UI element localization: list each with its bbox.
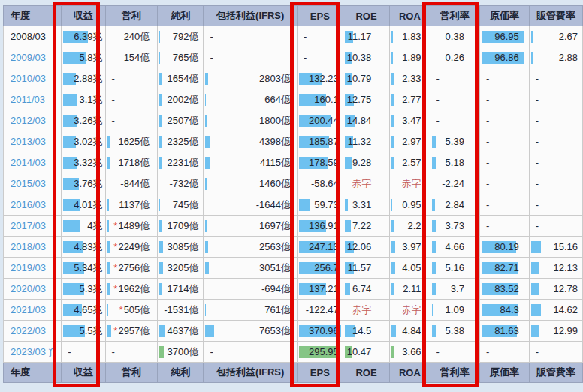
cell-content: 0.38 xyxy=(430,26,479,47)
year-cell[interactable]: 2023/03予 xyxy=(4,342,62,363)
column-header-cell-cost: 原価率 xyxy=(479,6,529,26)
value-label: 4.84 xyxy=(390,321,429,341)
year-cell[interactable]: 2015/03 xyxy=(4,173,62,194)
year-cell[interactable]: 2016/03 xyxy=(4,194,62,216)
restated-asterisk: * xyxy=(113,283,118,294)
value-label: 5.5兆 xyxy=(62,321,104,341)
cell-content: 83.52 xyxy=(480,279,529,299)
value-label: - xyxy=(480,216,529,236)
value-label: 3.1兆 xyxy=(62,89,104,110)
value-label: 6.39兆 xyxy=(62,26,104,47)
cell-content: - xyxy=(430,110,479,131)
value-label: - xyxy=(480,152,529,173)
cell-content: 赤字 xyxy=(343,300,389,320)
year-cell[interactable]: 2019/03 xyxy=(4,258,62,279)
value-label: 59.73 xyxy=(298,194,343,215)
year-link[interactable]: 2016/03 xyxy=(4,194,61,215)
value-label: - xyxy=(480,131,529,152)
year-link[interactable]: 2015/03 xyxy=(4,173,61,194)
year-cell[interactable]: 2020/03 xyxy=(4,279,62,300)
opm-cell: - xyxy=(430,110,479,131)
value-label: 1709億 xyxy=(158,216,203,236)
value-label: 2.88兆 xyxy=(62,68,104,89)
year-cell[interactable]: 2022/03 xyxy=(4,321,62,342)
cell-content: 3.26兆 xyxy=(62,110,104,131)
cell-content: 1714億 xyxy=(158,279,203,299)
cost-cell: - xyxy=(479,194,529,216)
cell-content: 1.83 xyxy=(390,26,429,47)
cell-content: 3.02兆 xyxy=(62,131,104,152)
year-cell[interactable]: 2017/03 xyxy=(4,216,62,237)
value-label: - xyxy=(298,26,343,47)
cell-content: - xyxy=(106,89,158,110)
year-link[interactable]: 2022/03 xyxy=(4,321,61,341)
year-link[interactable]: 2009/03 xyxy=(4,47,61,68)
sga-cell: - xyxy=(529,216,582,237)
cost-cell: 83.52 xyxy=(479,279,529,300)
year-link[interactable]: 2019/03 xyxy=(4,258,61,278)
cell-content: 2803億 xyxy=(204,68,296,89)
year-link[interactable]: 2021/03 xyxy=(4,300,61,320)
year-cell[interactable]: 2014/03 xyxy=(4,152,62,173)
year-cell[interactable]: 2013/03 xyxy=(4,131,62,152)
year-cell[interactable]: 2010/03 xyxy=(4,68,62,89)
value-label: 0.38 xyxy=(430,26,479,47)
cell-content: 4.84 xyxy=(390,321,429,341)
comp-cell: - xyxy=(204,26,297,47)
cell-content: - xyxy=(106,110,158,131)
cell-content: - xyxy=(480,342,529,362)
cell-content: 5.3兆 xyxy=(62,279,104,299)
year-link[interactable]: 2014/03 xyxy=(4,152,61,173)
roe-cell: 10.38 xyxy=(343,47,389,68)
eps-cell: -58.64 xyxy=(297,173,343,194)
restated-asterisk: * xyxy=(113,262,118,273)
cell-content: 7653億 xyxy=(204,321,296,341)
comp-cell: 664億 xyxy=(204,89,297,110)
year-link[interactable]: 2018/03 xyxy=(4,237,61,257)
cell-content: 664億 xyxy=(204,89,296,110)
value-label: - xyxy=(530,173,582,194)
value-label: 1697億 xyxy=(204,216,296,236)
cost-cell: - xyxy=(479,110,529,131)
year-link[interactable]: 2017/03 xyxy=(4,216,61,236)
cell-content: - xyxy=(430,89,479,110)
year-cell[interactable]: 2018/03 xyxy=(4,237,62,258)
value-label: 2.88 xyxy=(530,47,582,68)
value-label: 3.02兆 xyxy=(62,131,104,152)
value-label: 81.63 xyxy=(480,321,529,341)
year-cell[interactable]: 2009/03 xyxy=(4,47,62,68)
cell-content: 2.67 xyxy=(530,26,582,47)
op-cell: -844億 xyxy=(105,173,158,194)
year-link[interactable]: 2012/03 xyxy=(4,110,61,131)
year-link[interactable]: 2013/03 xyxy=(4,131,61,152)
value-label: 5.18 xyxy=(430,152,479,173)
year-link[interactable]: 2023/03予 xyxy=(4,342,61,362)
year-cell[interactable]: 2012/03 xyxy=(4,110,62,131)
year-link[interactable]: 2011/03 xyxy=(4,89,61,110)
cell-content: 132.23 xyxy=(298,68,343,89)
year-cell[interactable]: 2011/03 xyxy=(4,89,62,110)
value-label: - xyxy=(530,110,582,131)
roa-cell: 2.97 xyxy=(390,131,430,152)
year-cell[interactable]: 2021/03 xyxy=(4,300,62,321)
cell-content: - xyxy=(530,89,582,110)
comp-cell: 4398億 xyxy=(204,131,297,152)
opm-cell: -2.24 xyxy=(430,173,479,194)
year-link[interactable]: 2020/03 xyxy=(4,279,61,299)
cost-cell: - xyxy=(479,173,529,194)
opm-cell: - xyxy=(430,89,479,110)
value-label: 200.44 xyxy=(298,110,343,131)
cell-content: 1800億 xyxy=(204,110,296,131)
cell-content: 14.5 xyxy=(343,321,389,341)
cell-content: 9.28 xyxy=(343,152,389,173)
sga-cell: - xyxy=(529,110,582,131)
year-link[interactable]: 2010/03 xyxy=(4,68,61,89)
cell-content: - xyxy=(298,47,343,68)
op-cell: - xyxy=(105,89,158,110)
cell-content: -694億 xyxy=(204,279,296,299)
deficit-label: 赤字 xyxy=(390,300,429,320)
value-label: 154億 xyxy=(106,47,158,68)
cost-cell: - xyxy=(479,216,529,237)
cell-content: - xyxy=(530,68,582,89)
value-label: 2507億 xyxy=(158,110,203,131)
